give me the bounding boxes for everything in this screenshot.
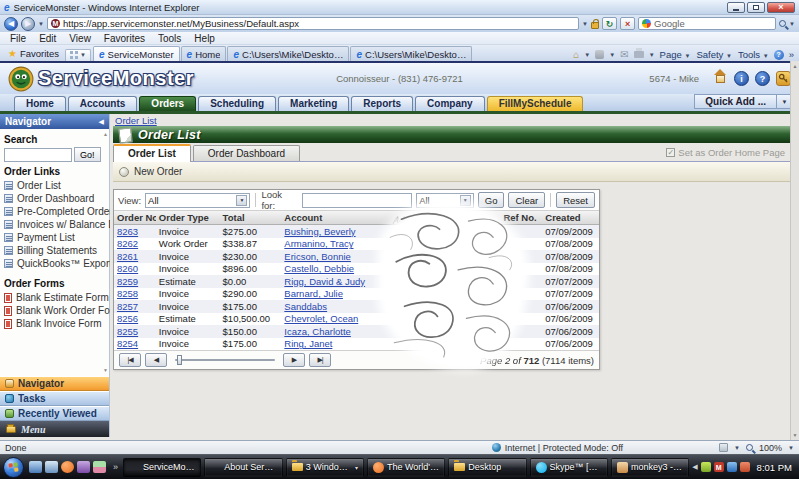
- browser-tab[interactable]: e Home: [181, 46, 227, 61]
- next-page-button[interactable]: ▶: [283, 353, 305, 367]
- account-link[interactable]: Ring, Janet: [284, 338, 332, 349]
- col-ref-no[interactable]: Ref No.: [500, 212, 542, 223]
- order-number-link[interactable]: 8256: [117, 313, 138, 324]
- app-logo[interactable]: ServiceMonster: [8, 66, 194, 92]
- table-row[interactable]: 8254 Invoice $175.00 Ring, Janet 07/06/2…: [114, 338, 599, 351]
- first-page-button[interactable]: |◀: [119, 353, 141, 367]
- search-icon[interactable]: [779, 20, 786, 27]
- minimize-button[interactable]: [727, 2, 745, 13]
- order-number-link[interactable]: 8260: [117, 263, 138, 274]
- col-account[interactable]: Account: [281, 212, 391, 223]
- print-dropdown-icon[interactable]: ▼: [649, 52, 655, 58]
- reset-button[interactable]: Reset: [556, 192, 595, 208]
- sidebar-panel-button[interactable]: Navigator: [0, 376, 109, 391]
- quick-launch-icon[interactable]: [61, 461, 74, 473]
- sidebar-form-link[interactable]: Blank Estimate Form: [4, 291, 105, 304]
- tray-volume-icon[interactable]: [740, 462, 750, 472]
- group-expand-icon[interactable]: ▾: [355, 464, 358, 471]
- taskbar-button[interactable]: Skype™ [16] - ... ▾: [530, 458, 608, 477]
- menu-item[interactable]: Help: [188, 33, 221, 44]
- taskbar-button[interactable]: ServiceMonst... ▾: [123, 458, 201, 477]
- table-row[interactable]: 8261 Invoice $230.00 Ericson, Bonnie 07/…: [114, 250, 599, 263]
- go-button[interactable]: Go: [478, 192, 505, 208]
- prev-page-button[interactable]: ◀: [145, 353, 167, 367]
- nav-tab[interactable]: Company: [415, 96, 485, 111]
- quick-launch-icon[interactable]: [93, 461, 106, 473]
- quick-launch-icon[interactable]: [77, 461, 90, 473]
- col-city[interactable]: City: [461, 211, 501, 224]
- new-order-button[interactable]: New Order: [134, 166, 182, 177]
- nav-tab[interactable]: Reports: [351, 96, 413, 111]
- browser-tab[interactable]: e C:\Users\Mike\Desktop\sfsbanner...: [350, 46, 472, 61]
- command-menu[interactable]: Page ▼: [660, 49, 691, 60]
- zone-dropdown-icon[interactable]: ▼: [734, 445, 740, 451]
- table-row[interactable]: 8257 Invoice $175.00 Sanddabs 07/06/2009: [114, 300, 599, 313]
- browser-tab[interactable]: e C:\Users\Mike\Desktop\mb_sfs_7...: [227, 46, 349, 61]
- menu-item[interactable]: Tools: [152, 33, 187, 44]
- sidebar-panel-button[interactable]: Tasks: [0, 391, 109, 406]
- app-home-icon[interactable]: [713, 73, 728, 86]
- account-link[interactable]: Armanino, Tracy: [284, 238, 353, 249]
- table-row[interactable]: 8255 Invoice $150.00 Icaza, Charlotte 07…: [114, 325, 599, 338]
- quick-add-button[interactable]: Quick Add ... ▼: [694, 94, 793, 109]
- sidebar-scroll-down-icon[interactable]: ▼: [103, 367, 108, 373]
- content-tab[interactable]: Order List: [113, 144, 191, 162]
- content-tab[interactable]: Order Dashboard: [193, 145, 300, 161]
- sidebar-link[interactable]: Order Dashboard: [4, 192, 105, 205]
- scroll-down-icon[interactable]: ▼: [793, 430, 798, 440]
- sidebar-go-button[interactable]: Go!: [74, 147, 101, 162]
- col-address[interactable]: Address: [389, 209, 464, 225]
- table-row[interactable]: 8263 Invoice $275.00 Bushing, Beverly 07…: [114, 225, 599, 238]
- quick-tabs-button[interactable]: ▼: [65, 49, 91, 61]
- menu-item[interactable]: Edit: [33, 33, 62, 44]
- sidebar-link[interactable]: Payment List: [4, 231, 105, 244]
- zoom-magnifier-icon[interactable]: [746, 444, 753, 451]
- breadcrumb-link[interactable]: Order List: [115, 115, 157, 126]
- scope-dropdown[interactable]: All ▼: [416, 193, 474, 208]
- command-overflow-icon[interactable]: »: [789, 49, 794, 60]
- nav-tab[interactable]: Marketing: [278, 96, 349, 111]
- order-number-link[interactable]: 8259: [117, 276, 138, 287]
- nav-tab[interactable]: Home: [14, 96, 66, 111]
- table-row[interactable]: 8260 Invoice $896.00 Castello, Debbie 07…: [114, 263, 599, 276]
- table-row[interactable]: 8258 Invoice $290.00 Barnard, Julie 07/0…: [114, 288, 599, 301]
- page-scrollbar[interactable]: ▲ ▼: [790, 61, 799, 440]
- order-number-link[interactable]: 8258: [117, 288, 138, 299]
- menu-item[interactable]: Favorites: [98, 33, 151, 44]
- taskbar-button[interactable]: 3 Windows ... ▾: [286, 458, 364, 477]
- print-icon[interactable]: [634, 51, 644, 58]
- last-page-button[interactable]: ▶|: [309, 353, 331, 367]
- start-button[interactable]: [3, 457, 24, 478]
- tray-collapse-icon[interactable]: ◀: [692, 463, 697, 471]
- sidebar-scroll-up-icon[interactable]: ▲: [103, 131, 108, 137]
- order-number-link[interactable]: 8263: [117, 226, 138, 237]
- search-dropdown-icon[interactable]: ▼: [789, 21, 795, 27]
- order-number-link[interactable]: 8255: [117, 326, 138, 337]
- home-dropdown-icon[interactable]: ▼: [584, 52, 590, 58]
- nav-tab[interactable]: Orders: [139, 96, 196, 111]
- account-link[interactable]: Barnard, Julie: [284, 288, 343, 299]
- zoom-dropdown-icon[interactable]: ▼: [788, 445, 794, 451]
- url-field[interactable]: M https://app.servicemonster.net/MyBusin…: [47, 17, 579, 30]
- col-created[interactable]: Created: [542, 212, 599, 223]
- mail-icon[interactable]: ✉: [620, 49, 628, 60]
- table-row[interactable]: 8262 Work Order $338.87 Armanino, Tracy …: [114, 238, 599, 251]
- collapse-sidebar-icon[interactable]: ◀: [99, 118, 104, 126]
- favorites-button[interactable]: ★ Favorites: [2, 47, 65, 61]
- sidebar-search-input[interactable]: [4, 148, 72, 162]
- checkbox-checked-icon[interactable]: ✓: [666, 148, 675, 157]
- account-link[interactable]: Sanddabs: [284, 301, 327, 312]
- feed-dropdown-icon[interactable]: ▼: [609, 52, 615, 58]
- back-button[interactable]: ◀: [4, 17, 18, 31]
- account-link[interactable]: Ericson, Bonnie: [284, 251, 351, 262]
- sidebar-link[interactable]: Pre-Completed Orders: [4, 205, 105, 218]
- restore-button[interactable]: [747, 2, 765, 13]
- taskbar-button[interactable]: Desktop ▾: [448, 458, 526, 477]
- slider-thumb[interactable]: [177, 355, 182, 365]
- tray-mcafee-icon[interactable]: M: [714, 462, 724, 472]
- col-order-type[interactable]: Order Type: [156, 212, 220, 223]
- command-menu[interactable]: Safety ▼: [696, 49, 732, 60]
- clear-button[interactable]: Clear: [508, 192, 545, 208]
- sidebar-link[interactable]: QuickBooks™ Export: [4, 257, 105, 270]
- taskbar-button[interactable]: monkey3 - Pa... ▾: [611, 458, 689, 477]
